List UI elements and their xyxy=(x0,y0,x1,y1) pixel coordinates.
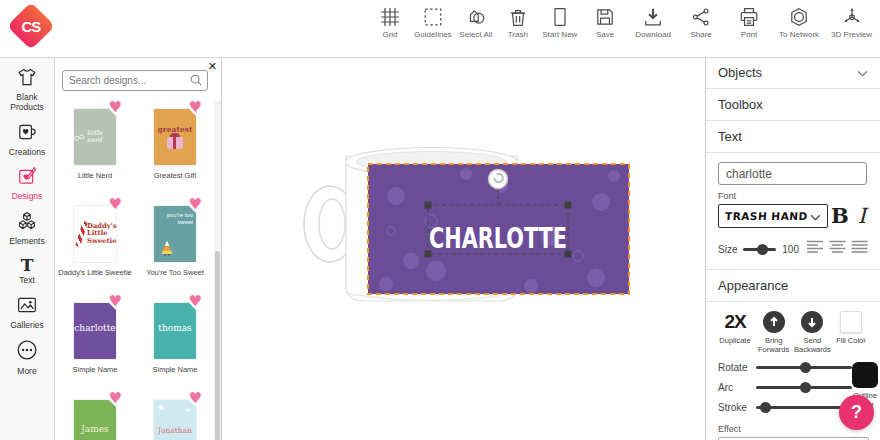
size-label: Size xyxy=(718,244,737,255)
sidebar-item-galleries[interactable]: Galleries xyxy=(0,295,54,331)
favorite-heart-icon[interactable]: ♥ xyxy=(189,294,202,309)
favorite-heart-icon[interactable]: ♥ xyxy=(189,197,202,212)
designs-scrollbar[interactable] xyxy=(214,101,221,440)
to-network-icon xyxy=(789,7,809,27)
bring-forwards-button[interactable]: Bring Forwards xyxy=(755,311,793,354)
sidebar-item-elements[interactable]: Elements xyxy=(0,211,54,247)
font-label: Font xyxy=(718,191,880,201)
send-backwards-button[interactable]: Send Backwards xyxy=(793,311,831,354)
guidelines-button[interactable]: Guidelines xyxy=(414,7,452,39)
guidelines-icon xyxy=(423,7,443,27)
candy-corn-icon xyxy=(160,240,174,256)
design-card-jonathan[interactable]: ★ ★ ★ ★ Jonathan ♥ xyxy=(154,400,196,440)
mug-preview[interactable]: CHARLOTTE xyxy=(296,136,641,311)
to-network-button[interactable]: To Network xyxy=(779,7,819,39)
font-select[interactable]: TRASH HAND xyxy=(718,204,828,228)
design-card-greatest-gift[interactable]: greatest ♥ xyxy=(154,109,196,165)
topbar: CS Grid Guidelines Select All Trash Star… xyxy=(0,0,880,58)
search-icon[interactable] xyxy=(190,72,202,90)
arc-label: Arc xyxy=(718,382,756,393)
appearance-section-header[interactable]: Appearance xyxy=(706,269,880,302)
favorite-heart-icon[interactable]: ♥ xyxy=(109,100,122,115)
sidebar-item-text[interactable]: T Text xyxy=(0,256,54,286)
design-card-youre-too-sweet[interactable]: you're too sweet ♥ xyxy=(154,206,196,262)
sidebar: Blank Products Creations Designs Element… xyxy=(0,57,55,440)
align-center-icon[interactable] xyxy=(829,240,846,259)
stroke-slider[interactable] xyxy=(756,406,852,409)
print-button[interactable]: Print xyxy=(731,7,767,39)
share-icon xyxy=(691,7,711,27)
design-card-little-nerd[interactable]: little nerd ♥ xyxy=(74,109,116,165)
sidebar-item-blank-products[interactable]: Blank Products xyxy=(0,67,54,113)
size-value: 100 xyxy=(782,244,799,255)
arc-slider-thumb[interactable] xyxy=(800,382,811,393)
outline-color-swatch[interactable] xyxy=(852,362,878,388)
design-search-input[interactable] xyxy=(63,75,190,86)
help-button[interactable]: ? xyxy=(839,395,874,430)
trash-button[interactable]: Trash xyxy=(500,7,536,39)
sidebar-item-designs[interactable]: Designs xyxy=(0,166,54,202)
chevron-down-icon xyxy=(810,207,821,225)
select-all-button[interactable]: Select All xyxy=(458,7,494,39)
chevron-down-icon xyxy=(857,65,868,80)
favorite-heart-icon[interactable]: ♥ xyxy=(109,197,122,212)
cubes-icon xyxy=(16,211,38,235)
designs-icon xyxy=(16,166,38,190)
favorite-heart-icon[interactable]: ♥ xyxy=(189,391,202,406)
align-justify-icon[interactable] xyxy=(851,240,868,259)
size-slider-thumb[interactable] xyxy=(757,244,768,255)
3d-preview-button[interactable]: 3D Preview xyxy=(831,7,872,39)
text-section-header[interactable]: Text xyxy=(706,121,880,153)
bold-button[interactable]: B xyxy=(831,203,849,228)
gift-icon xyxy=(167,137,183,149)
objects-section-header[interactable]: Objects xyxy=(706,57,880,89)
favorite-heart-icon[interactable]: ♥ xyxy=(109,391,122,406)
rotate-slider[interactable] xyxy=(756,366,852,369)
download-button[interactable]: Download xyxy=(635,7,671,39)
galleries-icon xyxy=(16,295,38,319)
design-card-daddys-little-sweetie[interactable]: Daddy's Little Sweetie ♥ xyxy=(74,206,116,262)
alignment-buttons xyxy=(807,240,868,259)
close-icon[interactable]: ✕ xyxy=(208,60,217,73)
arrow-up-icon xyxy=(763,311,785,333)
toolbox-section-header[interactable]: Toolbox xyxy=(706,89,880,121)
canvas[interactable]: CHARLOTTE xyxy=(223,58,705,440)
sidebar-item-more[interactable]: More xyxy=(0,339,54,377)
trash-icon xyxy=(508,7,528,27)
arc-slider[interactable] xyxy=(756,386,852,389)
design-card-charlotte[interactable]: charlotte ♥ xyxy=(74,303,116,359)
design-card-label: Little Nerd xyxy=(78,171,112,180)
start-new-button[interactable]: Start New xyxy=(542,7,578,39)
favorite-heart-icon[interactable]: ♥ xyxy=(109,294,122,309)
design-card-label: Daddy's Little Sweetie xyxy=(58,268,132,277)
app-logo[interactable]: CS xyxy=(7,2,55,50)
fill-color-button[interactable]: Fill Color xyxy=(832,311,870,345)
size-slider[interactable] xyxy=(743,248,776,251)
scrollbar-thumb[interactable] xyxy=(215,251,220,440)
mug-text[interactable]: CHARLOTTE xyxy=(429,221,567,255)
fill-color-swatch[interactable] xyxy=(840,311,862,333)
design-card-james[interactable]: James ♥ xyxy=(74,400,116,440)
text-content-input[interactable] xyxy=(718,162,867,185)
sidebar-item-creations[interactable]: Creations xyxy=(0,122,54,158)
design-card-label: You're Too Sweet xyxy=(146,268,204,277)
design-card-thomas[interactable]: thomas ♥ xyxy=(154,303,196,359)
align-left-icon[interactable] xyxy=(807,240,824,259)
design-card-label: Greatest Gift xyxy=(154,171,197,180)
rotate-label: Rotate xyxy=(718,362,756,373)
rotate-slider-thumb[interactable] xyxy=(800,362,811,373)
duplicate-button[interactable]: 2X Duplicate xyxy=(716,311,754,345)
share-button[interactable]: Share xyxy=(683,7,719,39)
favorite-heart-icon[interactable]: ♥ xyxy=(189,100,202,115)
download-icon xyxy=(643,7,663,27)
italic-button[interactable]: I xyxy=(858,204,866,228)
design-card-label: Simple Name xyxy=(152,365,197,374)
rotate-handle[interactable] xyxy=(489,170,508,189)
designs-panel: ✕ little nerd ♥ Little Nerd greatest ♥ G… xyxy=(55,57,222,440)
stroke-slider-thumb[interactable] xyxy=(760,402,771,413)
grid-button[interactable]: Grid xyxy=(372,7,408,39)
text-icon: T xyxy=(21,256,34,274)
save-button[interactable]: Save xyxy=(587,7,623,39)
arrow-down-icon xyxy=(801,311,823,333)
design-card-grid: little nerd ♥ Little Nerd greatest ♥ Gre… xyxy=(55,101,215,440)
